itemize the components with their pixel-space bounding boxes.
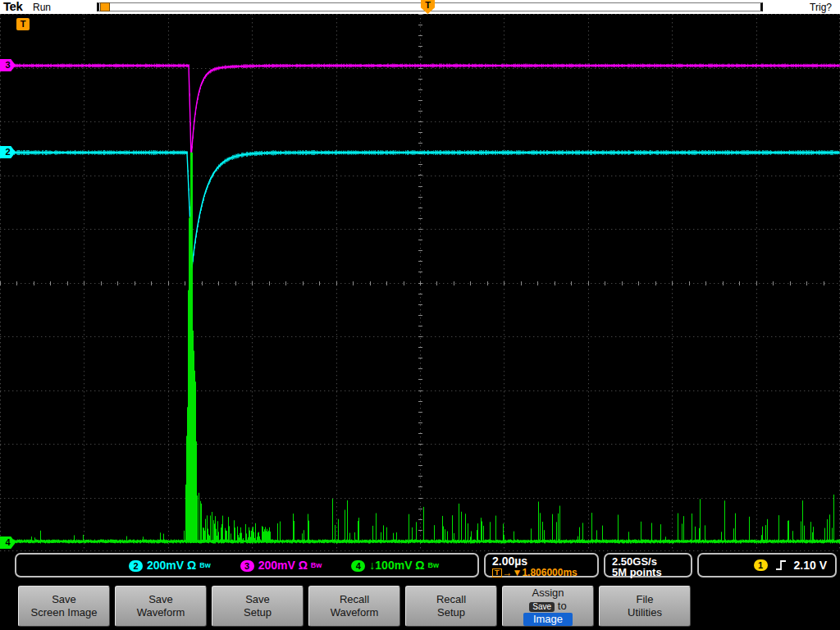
horizontal-readout[interactable]: 2.00µs T→▼1.806000ms [484,553,599,578]
button-label: Save [52,593,76,606]
button-label: Recall [340,593,369,606]
channel-scale-readouts[interactable]: 2200mV Ω Bw3200mV Ω Bw4↓100mV Ω Bw [15,553,479,578]
button-label: Recall [436,593,466,606]
bandwidth-limit-icon: Bw [199,561,211,569]
button-label: Save [245,593,270,606]
bandwidth-limit-icon: Bw [427,561,439,569]
assign-target-highlight: Image [523,613,573,626]
rising-edge-icon [775,559,787,572]
trigger-box-icon: T [492,568,502,578]
horizontal-delay-readout: T→▼1.806000ms [492,568,597,578]
button-label: Utilities [628,606,662,619]
button-label: Screen Image [31,606,98,619]
save-pill: Save [529,602,555,612]
soft-key-menu: Save Screen Image Save Waveform Save Set… [0,584,840,630]
channel-badge: 2 [129,560,143,572]
channel-4-readout[interactable]: 4↓100mV Ω Bw [351,559,439,572]
button-label: Waveform [137,606,185,619]
assign-middle: Save to [529,600,566,613]
button-label: File [637,593,654,606]
recall-setup-button[interactable]: Recall Setup [405,586,497,627]
assign-label: Assign [532,587,564,600]
oscilloscope-screen: Tek Run T Trig? T 324 2200mV Ω Bw3200mV … [0,0,840,630]
channel-2-readout[interactable]: 2200mV Ω Bw [129,559,211,572]
delay-value: →▼1.806000ms [503,567,578,578]
channel-badge: 3 [240,560,254,572]
save-waveform-button[interactable]: Save Waveform [115,586,207,627]
save-screen-image-button[interactable]: Save Screen Image [18,586,110,627]
record-expansion-marker [100,2,110,11]
trigger-source-badge: 1 [754,559,768,571]
to-label: to [558,600,567,612]
button-label: Setup [244,606,272,619]
trigger-t-marker[interactable]: T [16,18,30,30]
channel-scale-value: 200mV Ω [258,559,311,572]
recall-waveform-button[interactable]: Recall Waveform [308,586,400,627]
tek-logo: Tek [3,0,22,13]
horizontal-scale: 2.00µs [492,555,597,568]
trigger-status-label: Trig? [810,2,832,13]
trigger-readout[interactable]: 1 2.10 V [697,553,837,578]
channel-scale-value: 200mV Ω [147,559,199,572]
acquisition-readout: 2.50GS/s 5M points [604,553,692,578]
top-status-bar: Tek Run T Trig? [0,0,840,14]
acquisition-status: Run [33,2,51,13]
channel-3-readout[interactable]: 3200mV Ω Bw [240,559,322,572]
trigger-level: 2.10 V [794,559,827,572]
button-label: Save [148,593,173,606]
button-label: Setup [437,606,465,619]
waveform-display [0,14,840,551]
record-length: 5M points [612,567,691,578]
assign-save-to-image-button[interactable]: Assign Save to Image [502,586,594,627]
readout-bar: 2200mV Ω Bw3200mV Ω Bw4↓100mV Ω Bw 2.00µ… [0,551,840,584]
trigger-position-marker[interactable]: T [421,0,435,14]
file-utilities-button[interactable]: File Utilities [599,586,691,627]
button-label: Waveform [331,606,379,619]
bandwidth-limit-icon: Bw [311,561,322,569]
channel-badge: 4 [351,560,365,572]
save-setup-button[interactable]: Save Setup [212,586,304,627]
channel-scale-value: ↓100mV Ω [369,559,427,572]
